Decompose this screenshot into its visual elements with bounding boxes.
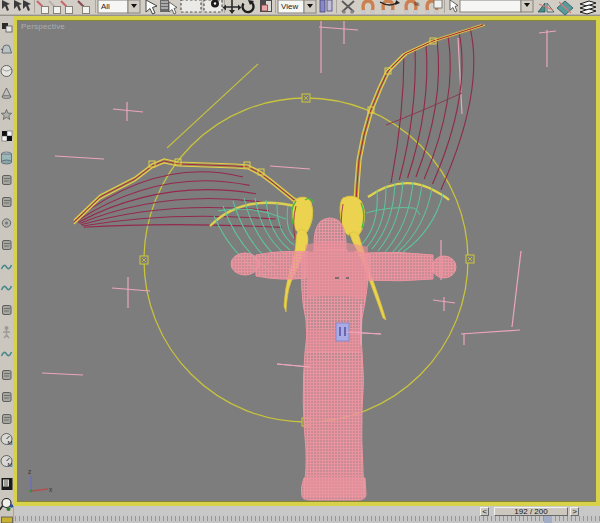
svg-text:x: x [49, 486, 53, 493]
svg-text:M: M [8, 462, 13, 468]
svg-text:View: View [281, 2, 298, 11]
svg-text:All: All [101, 2, 110, 11]
svg-text:z: z [28, 468, 31, 475]
svg-text:M: M [8, 440, 13, 446]
svg-text:%: % [414, 1, 420, 7]
